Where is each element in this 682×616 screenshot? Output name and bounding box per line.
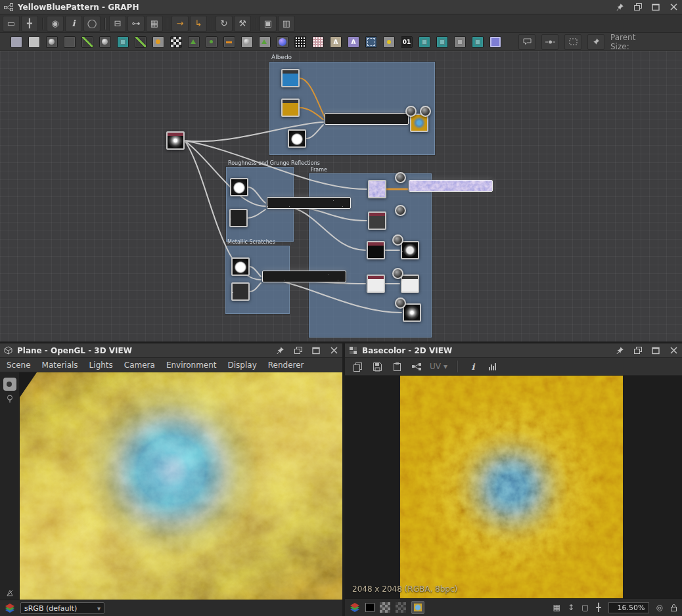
shape-node-icon[interactable] bbox=[454, 36, 466, 48]
channel-shuffle-node-icon[interactable] bbox=[64, 36, 76, 48]
bitmap-node-icon[interactable] bbox=[11, 36, 22, 48]
node-output-white[interactable] bbox=[367, 275, 385, 293]
pan-view-icon[interactable]: ╋ bbox=[21, 16, 38, 32]
texture-background-toggle[interactable] bbox=[411, 601, 424, 614]
channels-icon[interactable] bbox=[350, 602, 360, 613]
float-window-icon[interactable] bbox=[294, 346, 303, 355]
safe-transform-node-icon[interactable] bbox=[117, 36, 129, 48]
maximize-icon[interactable] bbox=[311, 346, 321, 355]
pin-icon[interactable] bbox=[276, 346, 285, 355]
remove-node-icon[interactable]: ⊟ bbox=[109, 16, 126, 32]
screenshot-icon[interactable]: ◉ bbox=[47, 16, 64, 32]
pin-tool-icon[interactable] bbox=[587, 34, 604, 50]
camera-iris-button[interactable] bbox=[3, 378, 16, 391]
tiling-icon[interactable]: ▦ bbox=[553, 603, 560, 612]
view3d-viewport[interactable] bbox=[20, 372, 342, 600]
node-blend-metallic[interactable] bbox=[262, 271, 346, 282]
auto-layout-icon[interactable]: ▦ bbox=[146, 16, 163, 32]
menu-environment[interactable]: Environment bbox=[166, 361, 217, 370]
fit-frame-icon[interactable]: ▢ bbox=[581, 603, 589, 612]
directional-warp-node-icon[interactable] bbox=[188, 36, 200, 48]
focus-selection-icon[interactable]: ▣ bbox=[260, 16, 277, 32]
menu-materials[interactable]: Materials bbox=[42, 361, 78, 370]
graph-tools-icon[interactable]: ⚒ bbox=[234, 16, 251, 32]
uv-mode-dropdown[interactable]: UV ▾ bbox=[430, 362, 447, 371]
flood-fill-node-icon[interactable] bbox=[383, 36, 395, 48]
height-to-normal-node-icon[interactable] bbox=[259, 36, 271, 48]
node-output-black[interactable] bbox=[367, 241, 385, 259]
splatter-node-icon[interactable] bbox=[472, 36, 484, 48]
zoom-input[interactable] bbox=[608, 602, 649, 613]
text-node-icon[interactable]: A bbox=[330, 36, 342, 48]
marquee-select-icon[interactable]: ▭ bbox=[3, 16, 20, 32]
link-graph-icon[interactable] bbox=[410, 360, 423, 373]
close-icon[interactable] bbox=[669, 346, 678, 355]
halftone-node-icon[interactable] bbox=[170, 36, 182, 48]
menu-camera[interactable]: Camera bbox=[124, 361, 155, 370]
text-styled-node-icon[interactable]: A bbox=[348, 36, 359, 48]
node-output-dark[interactable] bbox=[368, 211, 386, 230]
lightbulb-icon[interactable] bbox=[0, 395, 19, 403]
view2d-canvas[interactable]: 2048 x 2048 (RGBA, 8bpc) bbox=[345, 376, 682, 598]
node-blue-noise-out[interactable] bbox=[409, 180, 493, 192]
menu-display[interactable]: Display bbox=[228, 361, 257, 370]
node-output-noise[interactable] bbox=[403, 303, 421, 322]
pin-icon[interactable] bbox=[616, 346, 625, 355]
node-uniform-yellow[interactable] bbox=[281, 99, 300, 117]
emboss-node-icon[interactable] bbox=[241, 36, 253, 48]
reset-zoom-icon[interactable]: ◎ bbox=[656, 603, 663, 612]
elbow-links-icon[interactable]: ↳ bbox=[190, 16, 207, 32]
node-blend-roughness[interactable] bbox=[267, 197, 351, 209]
output-usage-badge[interactable] bbox=[395, 205, 406, 216]
curve-node-icon[interactable] bbox=[81, 36, 93, 48]
menu-scene[interactable]: Scene bbox=[7, 361, 31, 370]
normal-node-icon[interactable] bbox=[277, 36, 288, 48]
output-usage-badge[interactable] bbox=[392, 234, 403, 246]
background-color-swatch[interactable] bbox=[365, 603, 375, 612]
perspective-gizmo-icon[interactable] bbox=[0, 589, 19, 597]
node-shape-disc-metallic[interactable] bbox=[231, 257, 250, 276]
svg-node-icon[interactable] bbox=[489, 36, 501, 48]
frame-tool-icon[interactable] bbox=[564, 34, 581, 50]
comment-tool-icon[interactable] bbox=[518, 34, 535, 50]
center-view-icon[interactable]: ╋ bbox=[596, 603, 601, 612]
link-tool-icon[interactable] bbox=[541, 34, 558, 50]
node-uniform-blue[interactable] bbox=[281, 69, 300, 87]
splatter-color-node-icon[interactable] bbox=[312, 36, 324, 48]
pin-icon[interactable] bbox=[616, 3, 625, 12]
blur-hq-node-icon[interactable] bbox=[99, 36, 111, 48]
float-window-icon[interactable] bbox=[633, 3, 643, 12]
node-scratches[interactable] bbox=[231, 282, 250, 301]
information-icon[interactable]: i bbox=[466, 360, 480, 373]
menu-renderer[interactable]: Renderer bbox=[268, 361, 304, 370]
histogram-icon[interactable] bbox=[486, 360, 499, 373]
grunge-map-node-icon[interactable] bbox=[294, 36, 306, 48]
close-icon[interactable] bbox=[329, 346, 338, 355]
colorspace-select[interactable]: sRGB (default) ▾ bbox=[20, 602, 104, 614]
node-blend-albedo[interactable] bbox=[325, 113, 409, 125]
recompute-icon[interactable]: ↻ bbox=[216, 16, 233, 32]
output-usage-badge[interactable] bbox=[405, 106, 417, 117]
straighten-links-icon[interactable]: → bbox=[171, 16, 189, 32]
node-blue-noise[interactable] bbox=[368, 180, 386, 198]
tile-sampler-node-icon[interactable] bbox=[419, 36, 430, 48]
float-window-icon[interactable] bbox=[633, 346, 643, 355]
warp-node-icon[interactable] bbox=[206, 36, 217, 48]
graph-canvas[interactable]: Albedo Roughness and Grunge Reflections … bbox=[0, 51, 682, 341]
save-icon[interactable] bbox=[371, 360, 384, 373]
output-usage-badge[interactable] bbox=[395, 297, 406, 309]
levels-node-icon[interactable] bbox=[152, 36, 164, 48]
node-finder-icon[interactable]: i bbox=[65, 16, 82, 32]
slope-blur-node-icon[interactable] bbox=[223, 36, 235, 48]
node-white-square[interactable] bbox=[401, 275, 419, 293]
search-icon[interactable]: ◯ bbox=[83, 16, 101, 32]
node-noise-disc[interactable] bbox=[401, 241, 419, 259]
lock-icon[interactable] bbox=[670, 604, 677, 612]
node-shape-disc-albedo[interactable] bbox=[288, 129, 306, 148]
node-shape-disc-roughness[interactable] bbox=[230, 178, 248, 196]
output-usage-badge[interactable] bbox=[420, 106, 431, 117]
fit-height-icon[interactable]: ↕ bbox=[568, 603, 574, 612]
paste-icon[interactable] bbox=[390, 360, 403, 373]
menu-lights[interactable]: Lights bbox=[89, 361, 113, 370]
output-usage-badge[interactable] bbox=[392, 268, 403, 279]
